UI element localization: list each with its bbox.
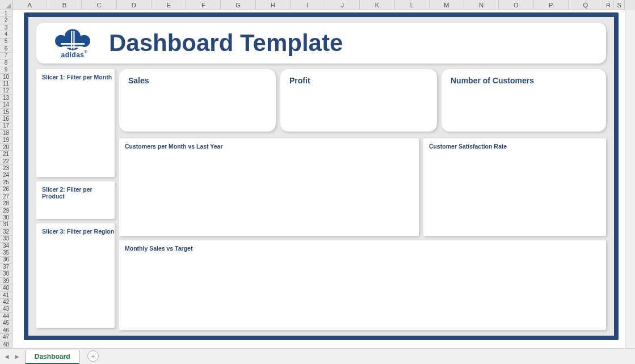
- col-header[interactable]: G: [221, 0, 255, 10]
- row-header[interactable]: 14: [0, 101, 12, 108]
- row-header[interactable]: 29: [0, 208, 12, 214]
- row-header[interactable]: 39: [0, 278, 12, 285]
- row-header[interactable]: 2: [0, 17, 12, 24]
- row-header[interactable]: 8: [0, 60, 12, 66]
- registered-icon: ®: [85, 50, 88, 54]
- svg-rect-1: [62, 46, 83, 48]
- col-header[interactable]: A: [12, 0, 47, 10]
- col-header[interactable]: P: [534, 0, 569, 10]
- row-header[interactable]: 32: [0, 228, 12, 235]
- dashboard-frame: adidas® Dashboard Template Slicer 1: Fil…: [24, 12, 619, 340]
- kpi-customers-label: Number of Customers: [451, 76, 534, 85]
- header-banner: adidas® Dashboard Template: [36, 23, 606, 64]
- row-header[interactable]: 34: [0, 243, 12, 249]
- row-header[interactable]: 46: [0, 327, 12, 334]
- row-header[interactable]: 12: [0, 88, 12, 95]
- svg-rect-2: [71, 31, 72, 49]
- row-header[interactable]: 1: [0, 10, 12, 17]
- row-header[interactable]: 28: [0, 200, 12, 207]
- tab-nav-next-icon[interactable]: ►: [14, 353, 20, 361]
- row-header[interactable]: 36: [0, 257, 12, 264]
- col-header[interactable]: L: [395, 0, 430, 10]
- col-header[interactable]: B: [47, 0, 82, 10]
- trefoil-icon: [53, 27, 92, 51]
- row-header[interactable]: 48: [0, 341, 12, 348]
- col-header[interactable]: J: [325, 0, 360, 10]
- row-header[interactable]: 18: [0, 130, 12, 137]
- row-header[interactable]: 16: [0, 116, 12, 122]
- row-header[interactable]: 5: [0, 39, 12, 45]
- row-headers: 1 2 3 4 5 6 7 8 9 10 11 12 13 14 15 16 1…: [0, 10, 12, 348]
- slicer-month-label: Slicer 1: Filter per Month: [42, 74, 112, 81]
- brand-logo: adidas®: [44, 27, 101, 59]
- column-headers: A B C D E F G H I J K L M N O P Q R S: [12, 0, 625, 10]
- select-all-corner[interactable]: [0, 0, 12, 10]
- row-header[interactable]: 26: [0, 187, 12, 193]
- chart-sales-target-label: Monthly Sales vs Target: [125, 245, 192, 252]
- col-header[interactable]: R: [603, 0, 614, 10]
- brand-text: adidas: [61, 51, 84, 59]
- row-header[interactable]: 17: [0, 123, 12, 130]
- row-header[interactable]: 15: [0, 109, 12, 116]
- row-header[interactable]: 24: [0, 172, 12, 179]
- row-header[interactable]: 25: [0, 179, 12, 186]
- row-header[interactable]: 23: [0, 165, 12, 172]
- sheet-tab-dashboard[interactable]: Dashboard: [25, 350, 80, 364]
- col-header[interactable]: C: [82, 0, 116, 10]
- row-header[interactable]: 4: [0, 31, 12, 38]
- col-header[interactable]: S: [614, 0, 625, 10]
- chart-satisfaction-label: Customer Satisfaction Rate: [429, 143, 507, 150]
- col-header[interactable]: F: [186, 0, 221, 10]
- row-header[interactable]: 3: [0, 24, 12, 31]
- new-sheet-button[interactable]: ＋: [87, 350, 99, 362]
- row-header[interactable]: 38: [0, 271, 12, 278]
- slicer-product[interactable]: Slicer 2: Filter per Product: [36, 181, 115, 219]
- col-header[interactable]: K: [360, 0, 394, 10]
- col-header[interactable]: D: [117, 0, 152, 10]
- plus-icon: ＋: [90, 352, 96, 361]
- row-header[interactable]: 21: [0, 151, 12, 158]
- svg-rect-0: [61, 43, 85, 45]
- col-header[interactable]: I: [291, 0, 325, 10]
- row-header[interactable]: 44: [0, 313, 12, 320]
- row-header[interactable]: 31: [0, 222, 12, 228]
- row-header[interactable]: 19: [0, 137, 12, 144]
- col-header[interactable]: O: [499, 0, 533, 10]
- kpi-sales-label: Sales: [128, 76, 149, 85]
- slicer-region-label: Slicer 3: Filter per Region: [42, 228, 114, 235]
- row-header[interactable]: 41: [0, 292, 12, 299]
- row-header[interactable]: 9: [0, 66, 12, 73]
- chart-customers-vs-lastyear: Customers per Month vs Last Year: [119, 138, 419, 236]
- col-header[interactable]: E: [152, 0, 186, 10]
- row-header[interactable]: 6: [0, 45, 12, 52]
- vertical-scrollbar[interactable]: [625, 10, 635, 348]
- col-header[interactable]: H: [256, 0, 291, 10]
- tab-nav-prev-icon[interactable]: ◄: [3, 353, 10, 361]
- row-header[interactable]: 33: [0, 236, 12, 243]
- slicer-month[interactable]: Slicer 1: Filter per Month: [36, 69, 115, 177]
- dashboard-body: adidas® Dashboard Template Slicer 1: Fil…: [28, 17, 614, 336]
- kpi-customers: Number of Customers: [441, 69, 606, 132]
- page-title: Dashboard Template: [109, 29, 343, 57]
- col-header[interactable]: Q: [569, 0, 603, 10]
- row-header[interactable]: 40: [0, 285, 12, 291]
- col-header[interactable]: M: [430, 0, 464, 10]
- slicer-region[interactable]: Slicer 3: Filter per Region: [36, 223, 115, 328]
- row-header[interactable]: 45: [0, 320, 12, 327]
- row-header[interactable]: 30: [0, 214, 12, 221]
- chart-satisfaction: Customer Satisfaction Rate: [423, 138, 606, 236]
- row-header[interactable]: 7: [0, 53, 12, 60]
- row-header[interactable]: 13: [0, 95, 12, 101]
- row-header[interactable]: 47: [0, 334, 12, 341]
- row-header[interactable]: 27: [0, 193, 12, 200]
- row-header[interactable]: 11: [0, 81, 12, 87]
- row-header[interactable]: 22: [0, 158, 12, 165]
- row-header[interactable]: 42: [0, 299, 12, 306]
- row-header[interactable]: 10: [0, 74, 12, 81]
- col-header[interactable]: N: [464, 0, 499, 10]
- row-header[interactable]: 37: [0, 264, 12, 270]
- row-header[interactable]: 43: [0, 306, 12, 313]
- row-header[interactable]: 20: [0, 144, 12, 151]
- row-header[interactable]: 35: [0, 249, 12, 256]
- sheet-tab-bar: ◄ ► Dashboard ＋: [0, 348, 635, 364]
